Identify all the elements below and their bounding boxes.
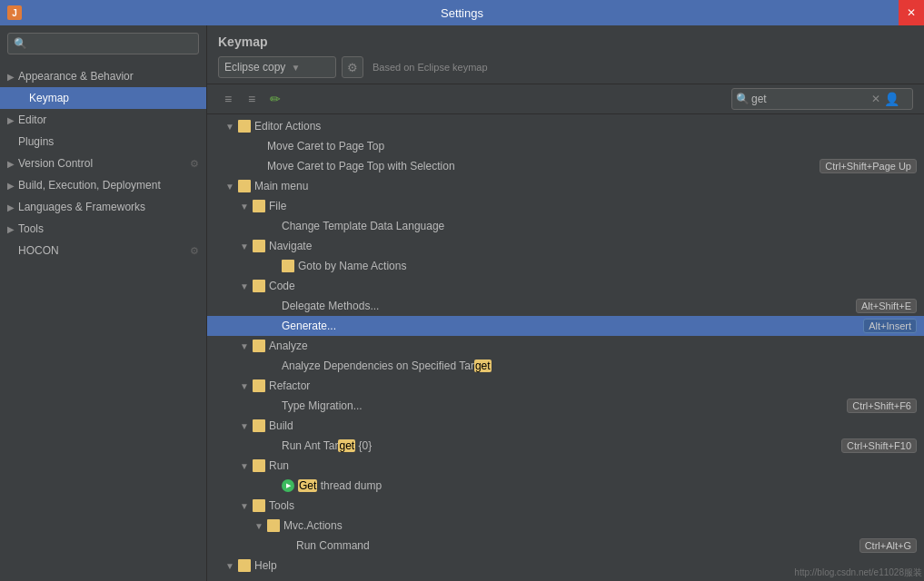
titlebar: J Settings ✕	[0, 0, 924, 25]
search-icon: 🔍	[736, 93, 750, 105]
tree-row[interactable]: Move Caret to Page Top	[207, 136, 924, 156]
tree-row[interactable]: ▼ Code	[207, 276, 924, 296]
tree-row[interactable]: ▼ Main menu	[207, 176, 924, 196]
row-label: Run Command	[296, 539, 859, 552]
folder-icon	[253, 240, 265, 252]
row-label: Main menu	[254, 180, 917, 192]
row-label: Get thread dump	[298, 479, 917, 492]
row-label: Delegate Methods...	[282, 300, 856, 312]
sidebar-item-build[interactable]: ▶ Build, Execution, Deployment	[0, 174, 206, 196]
tree-row[interactable]: Analyze Dependencies on Specified Target	[207, 356, 924, 376]
folder-icon	[238, 559, 251, 572]
tree-row[interactable]: ▼ Build	[207, 416, 924, 436]
tree-row[interactable]: Delegate Methods... Alt+Shift+E	[207, 296, 924, 316]
chevron-down-icon: ▼	[240, 461, 253, 471]
keymap-scheme-dropdown[interactable]: Eclipse copy ▼	[218, 56, 336, 78]
chevron-down-icon: ▼	[240, 421, 253, 431]
sidebar-item-label: Build, Execution, Deployment	[18, 179, 161, 192]
tree-row[interactable]: Move Caret to Page Top with Selection Ct…	[207, 156, 924, 176]
nav-tree: ▶ Appearance & Behavior Keymap ▶ Editor …	[0, 62, 206, 581]
sidebar-item-label: Editor	[18, 113, 46, 126]
chevron-down-icon: ▼	[240, 241, 253, 251]
tree-row[interactable]: Goto by Name Actions	[207, 256, 924, 276]
sidebar-item-plugins[interactable]: Plugins	[0, 131, 206, 153]
chevron-down-icon: ▼	[240, 381, 253, 391]
shortcut-badge: Ctrl+Shift+F6	[847, 399, 917, 413]
collapse-icon: ≡	[248, 92, 255, 106]
chevron-down-icon: ▼	[240, 202, 253, 212]
shortcut-badge: Ctrl+Shift+Page Up	[820, 159, 917, 173]
row-label: Help	[254, 559, 917, 572]
keymap-title: Keymap	[218, 34, 913, 49]
tree-row[interactable]: ▼ Navigate	[207, 236, 924, 256]
main-container: 🔍 ▶ Appearance & Behavior Keymap ▶ Edito…	[0, 25, 924, 581]
edit-button[interactable]: ✏	[265, 89, 285, 109]
highlight-get: get	[474, 359, 492, 372]
tree-row[interactable]: Change Template Data Language	[207, 216, 924, 236]
sidebar-item-languages[interactable]: ▶ Languages & Frameworks	[0, 196, 206, 218]
sidebar-item-label: Languages & Frameworks	[18, 201, 145, 213]
row-label: Build	[269, 419, 917, 432]
tree-row[interactable]: ▼ Tools	[207, 496, 924, 516]
sidebar-search[interactable]: 🔍	[7, 33, 199, 54]
chevron-down-icon: ▼	[240, 501, 253, 511]
sidebar-search-input[interactable]	[31, 37, 193, 50]
folder-icon	[253, 280, 265, 292]
tree-row[interactable]: Run Ant Target {0} Ctrl+Shift+F10	[207, 436, 924, 456]
sidebar-item-keymap[interactable]: Keymap	[0, 87, 206, 109]
tree-row[interactable]: ▼ Refactor	[207, 376, 924, 396]
highlight-get: get	[338, 439, 355, 452]
tree-row[interactable]: ▼ Mvc.Actions	[207, 516, 924, 536]
shortcut-badge: Alt+Insert	[863, 319, 917, 333]
folder-icon	[253, 200, 265, 212]
clear-search-button[interactable]: ✕	[871, 93, 880, 105]
tree-row[interactable]: ▼ Editor Actions	[207, 116, 924, 136]
tree-row[interactable]: Type Migration... Ctrl+Shift+F6	[207, 396, 924, 416]
chevron-right-icon: ▶	[7, 115, 18, 125]
chevron-right-icon: ▶	[7, 72, 18, 82]
keymap-search-field[interactable]: 🔍 ✕ 👤	[731, 88, 913, 110]
folder-icon	[253, 459, 265, 472]
folder-icon	[267, 519, 280, 532]
expand-all-button[interactable]: ≡	[218, 89, 238, 109]
tree-row[interactable]: ▼ Run	[207, 456, 924, 476]
row-label: Run	[269, 459, 917, 472]
shortcut-badge: Ctrl+Alt+G	[859, 538, 917, 553]
folder-icon	[253, 379, 265, 392]
tree-row[interactable]: ▼ File	[207, 196, 924, 216]
tree-row[interactable]: ▼ Analyze	[207, 336, 924, 356]
scheme-value: Eclipse copy	[224, 61, 285, 74]
toolbar: ≡ ≡ ✏ 🔍 ✕ 👤	[207, 84, 924, 114]
sidebar-item-appearance[interactable]: ▶ Appearance & Behavior	[0, 65, 206, 87]
folder-icon	[282, 260, 294, 272]
sidebar-item-editor[interactable]: ▶ Editor	[0, 109, 206, 131]
keymap-header: Keymap Eclipse copy ▼ ⚙ Based on Eclipse…	[207, 25, 924, 84]
tree-row[interactable]: Get thread dump	[207, 476, 924, 496]
tree-row[interactable]: ▼ Help	[207, 556, 924, 576]
sidebar-item-hocon[interactable]: HOCON ⚙	[0, 240, 206, 261]
sidebar-item-label: Version Control	[18, 157, 93, 170]
sidebar-item-version-control[interactable]: ▶ Version Control ⚙	[0, 153, 206, 174]
row-label: Tools	[269, 499, 917, 512]
sidebar-item-tools[interactable]: ▶ Tools	[0, 218, 206, 240]
keymap-search-input[interactable]	[751, 93, 869, 105]
chevron-right-icon: ▶	[7, 224, 18, 234]
folder-icon	[253, 499, 265, 512]
expand-icon: ≡	[224, 92, 232, 106]
sidebar-item-label: HOCON	[18, 244, 59, 257]
chevron-down-icon: ▼	[240, 341, 253, 351]
tree-row-selected[interactable]: Generate... Alt+Insert	[207, 316, 924, 336]
keymap-gear-button[interactable]: ⚙	[342, 56, 363, 78]
filter-user-button[interactable]: 👤	[884, 92, 899, 106]
chevron-down-icon: ▼	[225, 122, 238, 132]
collapse-all-button[interactable]: ≡	[242, 89, 262, 109]
edit-icon: ✏	[270, 92, 281, 106]
search-icon: 🔍	[14, 37, 27, 50]
based-on-label: Based on Eclipse keymap	[373, 62, 488, 73]
row-label: Change Template Data Language	[282, 220, 917, 232]
close-button[interactable]: ✕	[899, 0, 924, 25]
sidebar: 🔍 ▶ Appearance & Behavior Keymap ▶ Edito…	[0, 25, 207, 581]
tree-row[interactable]: Run Command Ctrl+Alt+G	[207, 536, 924, 556]
sidebar-item-label: Plugins	[18, 135, 54, 148]
chevron-down-icon: ▼	[225, 561, 238, 571]
